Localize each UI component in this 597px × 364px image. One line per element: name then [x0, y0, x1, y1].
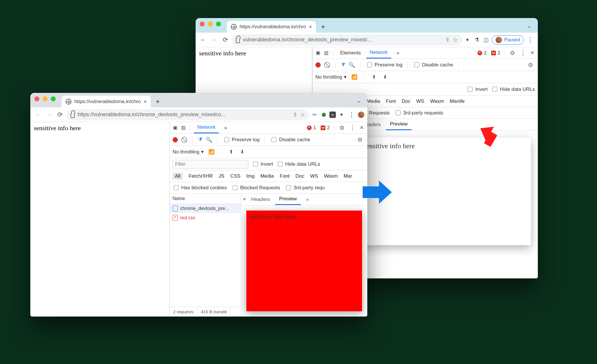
clear-button[interactable]	[181, 137, 187, 143]
share-icon[interactable]: ⇧	[445, 37, 450, 43]
browser-tab[interactable]: https://vulnerabledoma.in/chro ×	[227, 21, 316, 33]
close-window-icon[interactable]	[200, 22, 205, 26]
network-settings-icon[interactable]: ⚙	[526, 61, 535, 68]
request-row[interactable]: red.css	[170, 213, 241, 222]
error-count[interactable]: 1	[305, 125, 318, 130]
throttling-select[interactable]: No throttling ▾	[315, 74, 347, 80]
panel-icon[interactable]: ◫	[482, 36, 490, 44]
blocked-cookies-checkbox[interactable]: Has blocked cookies	[173, 184, 227, 191]
filter-toggle-icon[interactable]: ⧩	[341, 62, 345, 68]
bookmark-icon[interactable]: ☆	[300, 112, 305, 118]
window-controls[interactable]	[34, 96, 56, 101]
reload-button[interactable]: ⟳	[221, 35, 230, 45]
upload-icon[interactable]: ⬆	[371, 74, 377, 80]
address-bar[interactable]: vulnerabledoma.in/chrome_devtools_previe…	[232, 34, 462, 45]
type-manifest[interactable]: Manife	[450, 98, 465, 104]
devtools-menu-icon[interactable]: ⋮	[518, 49, 528, 57]
type-img[interactable]: Img	[246, 173, 254, 179]
disable-cache-checkbox[interactable]: Disable cache	[413, 61, 453, 68]
preserve-log-checkbox[interactable]: Preserve log	[366, 61, 402, 68]
type-mar[interactable]: Mar	[344, 173, 352, 179]
chrome-menu-button[interactable]: ⋮	[347, 110, 356, 119]
maximize-window-icon[interactable]	[51, 96, 56, 101]
third-party-checkbox[interactable]: 3rd-party requests	[394, 109, 443, 116]
extension-flask-icon[interactable]: ⚗	[473, 36, 481, 44]
maximize-window-icon[interactable]	[216, 22, 221, 26]
third-party-checkbox[interactable]: 3rd-party requ	[285, 184, 325, 191]
type-doc[interactable]: Doc	[402, 98, 410, 104]
search-icon[interactable]: 🔍	[349, 62, 355, 68]
type-doc[interactable]: Doc	[296, 173, 304, 179]
device-toggle-icon[interactable]: ▥	[180, 125, 187, 131]
profile-paused-button[interactable]: Paused	[492, 35, 524, 45]
download-icon[interactable]: ⬇	[382, 74, 388, 80]
request-row[interactable]: chrome_devtools_pre...	[170, 204, 241, 213]
extensions-icon[interactable]: ✦	[338, 111, 345, 119]
hide-data-urls-checkbox[interactable]: Hide data URLs	[277, 161, 320, 167]
tab-elements[interactable]: Elements	[337, 47, 364, 59]
settings-icon[interactable]: ⚙	[508, 50, 517, 56]
type-fetchxhr[interactable]: Fetch/XHR	[189, 173, 213, 179]
minimize-window-icon[interactable]	[208, 22, 213, 26]
extension-n-icon[interactable]: n	[329, 112, 336, 118]
type-ws[interactable]: WS	[416, 98, 424, 104]
back-button[interactable]: ←	[33, 110, 43, 119]
address-bar[interactable]: https://vulnerabledoma.in/chrome_devtool…	[66, 109, 309, 120]
devtools-menu-icon[interactable]: ⋮	[347, 124, 357, 132]
close-devtools-icon[interactable]: ✕	[359, 125, 365, 131]
profile-avatar[interactable]	[358, 112, 364, 118]
back-button[interactable]: ←	[199, 35, 208, 45]
detail-tab-preview[interactable]: Preview	[386, 119, 412, 130]
more-tabs-button[interactable]: »	[221, 122, 230, 133]
type-js[interactable]: JS	[219, 173, 224, 179]
error-count[interactable]: 2	[476, 50, 488, 56]
close-detail-icon[interactable]: ×	[243, 196, 246, 202]
device-toggle-icon[interactable]: ▥	[323, 50, 329, 56]
tab-network[interactable]: Network	[194, 122, 219, 133]
record-button[interactable]	[315, 62, 321, 68]
tab-network[interactable]: Network	[366, 47, 391, 59]
extensions-icon[interactable]: ✦	[464, 36, 471, 44]
type-ws[interactable]: WS	[310, 173, 318, 179]
browser-tab[interactable]: https://vulnerabledoma.in/chro ×	[62, 96, 151, 107]
filter-input[interactable]	[173, 160, 248, 169]
name-column-header[interactable]: Name	[170, 194, 241, 204]
new-tab-button[interactable]: +	[318, 22, 328, 32]
wifi-icon[interactable]: 📶	[208, 149, 215, 155]
type-wasm[interactable]: Wasm	[430, 98, 444, 104]
issue-count[interactable]: 2	[489, 50, 502, 56]
invert-checkbox[interactable]: Invert	[252, 161, 273, 167]
blocked-requests-checkbox[interactable]: Blocked Requests	[231, 184, 280, 191]
tab-list-button[interactable]: ⌄	[357, 98, 361, 104]
disable-cache-checkbox[interactable]: Disable cache	[270, 136, 310, 143]
invert-checkbox[interactable]: Invert	[466, 86, 488, 93]
reload-button[interactable]: ⟳	[55, 110, 65, 119]
type-wasm[interactable]: Wasm	[324, 173, 338, 179]
forward-button[interactable]: →	[210, 35, 219, 45]
inspect-icon[interactable]: ▣	[315, 50, 321, 56]
inspect-icon[interactable]: ▣	[172, 125, 178, 131]
type-font[interactable]: Font	[280, 173, 290, 179]
new-tab-button[interactable]: +	[152, 96, 163, 107]
close-tab-icon[interactable]: ×	[309, 24, 312, 30]
search-icon[interactable]: 🔍	[206, 137, 212, 143]
settings-icon[interactable]: ⚙	[338, 124, 346, 131]
type-css[interactable]: CSS	[230, 173, 240, 179]
type-media[interactable]: Media	[260, 173, 274, 179]
clear-button[interactable]	[324, 62, 330, 68]
tab-list-button[interactable]: ⌄	[527, 23, 531, 29]
chrome-menu-button[interactable]: ⋮	[526, 35, 535, 45]
upload-icon[interactable]: ⬆	[228, 149, 234, 155]
wifi-icon[interactable]: 📶	[351, 74, 358, 80]
close-devtools-icon[interactable]: ✕	[529, 50, 535, 56]
more-detail-tabs[interactable]: »	[302, 194, 313, 205]
close-window-icon[interactable]	[34, 96, 39, 101]
detail-tab-preview[interactable]: Preview	[275, 194, 301, 205]
type-font[interactable]: Font	[386, 98, 396, 104]
download-icon[interactable]: ⬇	[239, 149, 245, 155]
bookmark-icon[interactable]: ☆	[453, 36, 458, 43]
network-settings-icon[interactable]: ⚙	[356, 136, 364, 143]
minimize-window-icon[interactable]	[43, 96, 48, 101]
share-icon[interactable]: ⇧	[293, 112, 297, 118]
issue-count[interactable]: 2	[319, 125, 331, 130]
